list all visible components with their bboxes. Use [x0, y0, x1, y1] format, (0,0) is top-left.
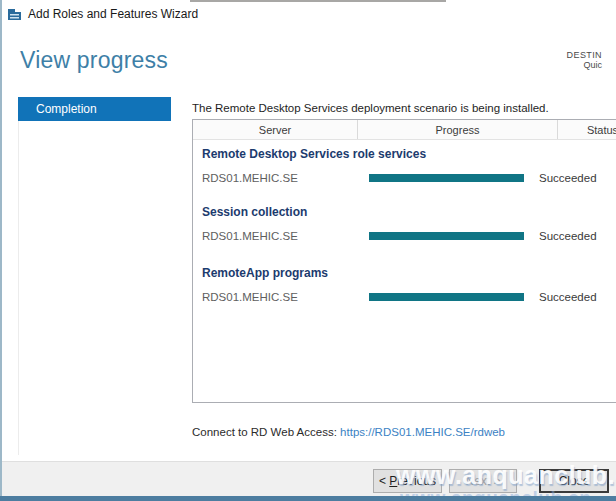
destination-server-label: DESTIN Quic	[518, 50, 602, 71]
status-text: Succeeded	[539, 172, 597, 184]
table-body: Remote Desktop Services role services RD…	[193, 140, 616, 305]
progress-bar	[369, 293, 524, 301]
screenshot-artifact	[190, 0, 446, 2]
column-header-status: Status	[558, 120, 616, 139]
server-name: RDS01.MEHIC.SE	[202, 230, 369, 242]
status-text: Succeeded	[539, 230, 597, 242]
screenshot-viewport: Add Roles and Features Wizard View progr…	[0, 0, 616, 501]
wizard-window: Add Roles and Features Wizard View progr…	[0, 0, 616, 501]
sidebar-item-completion[interactable]: Completion	[18, 97, 171, 121]
group-header-remoteapp-programs: RemoteApp programs	[202, 266, 616, 280]
server-name: RDS01.MEHIC.SE	[202, 291, 369, 303]
table-header-row: Server Progress Status	[193, 120, 616, 140]
sidebar-item-label: Completion	[18, 102, 97, 116]
progress-description: The Remote Desktop Services deployment s…	[192, 102, 549, 114]
table-row: RDS01.MEHIC.SE Succeeded	[202, 289, 616, 305]
progress-table: Server Progress Status Remote Desktop Se…	[192, 119, 616, 403]
column-header-progress: Progress	[358, 120, 558, 139]
table-row: RDS01.MEHIC.SE Succeeded	[202, 170, 616, 186]
destination-line2: Quic	[518, 60, 602, 71]
server-name: RDS01.MEHIC.SE	[202, 172, 369, 184]
window-bottom-edge	[0, 496, 616, 501]
progress-bar	[369, 174, 524, 182]
group-header-session-collection: Session collection	[202, 205, 616, 219]
destination-line1: DESTIN	[518, 50, 602, 60]
table-row: RDS01.MEHIC.SE Succeeded	[202, 228, 616, 244]
window-left-edge	[0, 0, 2, 501]
watermark-text: www.anquanclub.cn	[396, 461, 616, 490]
page-title: View progress	[20, 47, 168, 74]
title-bar: Add Roles and Features Wizard	[0, 0, 616, 28]
rd-web-access-label: Connect to RD Web Access:	[192, 426, 337, 438]
rd-web-access-note: Connect to RD Web Access: https://RDS01.…	[192, 426, 505, 438]
wizard-icon	[8, 7, 22, 21]
progress-bar	[369, 232, 524, 240]
status-text: Succeeded	[539, 291, 597, 303]
window-title: Add Roles and Features Wizard	[28, 7, 198, 21]
progress-bar-fill	[369, 293, 524, 301]
wizard-steps-sidebar: Completion	[18, 97, 171, 455]
group-header-role-services: Remote Desktop Services role services	[202, 147, 616, 161]
progress-bar-fill	[369, 174, 524, 182]
progress-bar-fill	[369, 232, 524, 240]
column-header-server: Server	[193, 120, 358, 139]
rd-web-access-link[interactable]: https://RDS01.MEHIC.SE/rdweb	[340, 426, 505, 438]
